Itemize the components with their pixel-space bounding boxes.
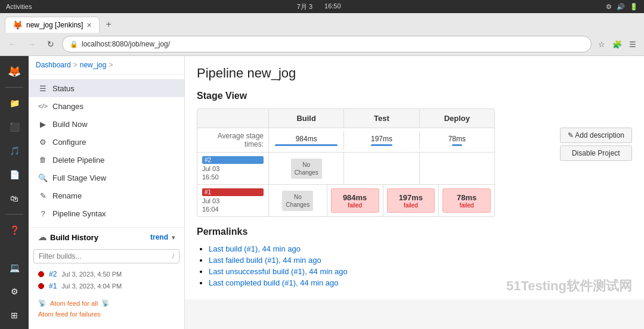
sys-icon-2: 🔊 — [617, 3, 625, 11]
avg-bar-deploy — [452, 144, 463, 146]
chevron-down-icon: ▾ — [172, 234, 175, 241]
breadcrumb-sep1: > — [73, 61, 78, 69]
stage-col-test: Test — [344, 109, 419, 128]
sidebar-item-label: Delete Pipeline — [52, 156, 104, 164]
stage-view: Build Test Deploy Average stage times: 9… — [197, 108, 495, 217]
sidebar-item-delete[interactable]: 🗑 Delete Pipeline — [29, 151, 184, 169]
reload-button[interactable]: ↻ — [43, 36, 58, 52]
permalink-link-3[interactable]: Last completed build (#1), 44 min ago — [209, 278, 339, 287]
ubuntu-help-icon[interactable]: ❓ — [4, 219, 25, 241]
tab-favicon: 🦊 — [13, 20, 23, 30]
ubuntu-shop-icon[interactable]: 🛍 — [4, 188, 25, 209]
build-link-1[interactable]: #1 — [49, 282, 57, 290]
extensions-button[interactable]: 🧩 — [611, 38, 624, 51]
build-badge-1[interactable]: #1 — [202, 188, 264, 196]
disable-project-button[interactable]: Disable Project — [560, 145, 632, 161]
jenkins-layout: Dashboard > new_jog > ☰ Status </> Chang… — [29, 56, 644, 329]
browser-tabs: 🦊 new_jog [Jenkins] ✕ + — [0, 13, 644, 33]
avg-label: Average stage times: — [197, 128, 269, 152]
permalink-link-2[interactable]: Last unsuccessful build (#1), 44 min ago — [209, 267, 348, 276]
stage-header-row: Build Test Deploy — [197, 109, 494, 128]
failed-time-test2: 197ms — [399, 193, 423, 202]
build-badge-2[interactable]: #2 — [202, 156, 264, 164]
configure-icon: ⚙ — [38, 137, 48, 147]
sidebar-item-build-now[interactable]: ▶ Build Now — [29, 115, 184, 133]
permalink-item: Last completed build (#1), 44 min ago — [209, 278, 632, 287]
stage-col-build: Build — [269, 109, 344, 128]
stage-cell-1-build: NoChanges — [269, 185, 327, 216]
breadcrumb-dashboard[interactable]: Dashboard — [36, 61, 71, 69]
os-topbar: Activities 7月 3 16:50 ⚙ 🔊 🔋 — [0, 0, 644, 13]
build-list-item: #2 Jul 3, 2023, 4:50 PM — [29, 268, 184, 280]
trend-link[interactable]: trend — [150, 233, 168, 241]
jenkins-sidebar: Dashboard > new_jog > ☰ Status </> Chang… — [29, 56, 185, 329]
sidebar-item-label: Pipeline Syntax — [52, 209, 106, 218]
breadcrumb: Dashboard > new_jog > — [29, 56, 184, 75]
failed-label-test2: failed — [404, 202, 418, 209]
permalink-link-1[interactable]: Last failed build (#1), 44 min ago — [209, 256, 321, 265]
active-tab[interactable]: 🦊 new_jog [Jenkins] ✕ — [5, 17, 100, 33]
forward-button[interactable]: → — [24, 36, 39, 52]
permalink-item: Last unsuccessful build (#1), 44 min ago — [209, 267, 632, 276]
status-icon: ☰ — [38, 83, 48, 93]
ubuntu-files-icon[interactable]: 📁 — [4, 92, 25, 114]
build-link-2[interactable]: #2 — [49, 270, 57, 278]
back-button[interactable]: ← — [5, 36, 20, 52]
address-bar[interactable]: 🔒 localhost:8080/job/new_jog/ — [62, 36, 592, 52]
build-time-2: 16:50 — [202, 173, 264, 181]
sidebar-divider-2 — [5, 214, 23, 215]
ubuntu-terminal-icon-2[interactable]: 💻 — [4, 257, 25, 278]
sidebar-item-configure[interactable]: ⚙ Configure — [29, 133, 184, 151]
build-date-2: Jul 03 — [202, 165, 264, 172]
tab-close-button[interactable]: ✕ — [86, 21, 92, 29]
avg-bar-build — [275, 144, 338, 146]
atom-feeds: 📡 Atom feed for all 📡 Atom feed for fail… — [29, 294, 184, 322]
ubuntu-apps-icon[interactable]: ⊞ — [4, 305, 25, 326]
build-status-dot — [38, 271, 44, 277]
atom-failures-link[interactable]: Atom feed for failures — [38, 311, 101, 318]
stage-cell-1-test[interactable]: 984ms failed — [327, 185, 383, 216]
atom-all-link[interactable]: Atom feed for all — [50, 300, 98, 307]
sidebar-item-pipeline-syntax[interactable]: ? Pipeline Syntax — [29, 204, 184, 222]
breadcrumb-job[interactable]: new_jog — [80, 61, 107, 69]
build-list-item: #1 Jul 3, 2023, 4:04 PM — [29, 280, 184, 292]
breadcrumb-sep2: > — [109, 61, 113, 69]
bookmark-button[interactable]: ☆ — [595, 38, 608, 51]
avg-time-deploy: 78ms — [420, 131, 494, 150]
avg-time-build: 984ms — [269, 131, 344, 150]
menu-button[interactable]: ☰ — [626, 38, 639, 51]
build-list: #2 Jul 3, 2023, 4:50 PM #1 Jul 3, 2023, … — [29, 266, 184, 294]
stage-cell-2-test — [344, 153, 419, 184]
sidebar-item-rename[interactable]: ✎ Rename — [29, 187, 184, 204]
sidebar-item-label: Build Now — [52, 120, 88, 129]
failed-cell-test: 984ms failed — [331, 188, 379, 213]
new-tab-button[interactable]: + — [101, 16, 116, 33]
stage-cell-1-test2[interactable]: 197ms failed — [383, 185, 439, 216]
sidebar-item-changes[interactable]: </> Changes — [29, 97, 184, 115]
stage-view-title: Stage View — [197, 91, 632, 101]
app-layout: 🦊 📁 ⬛ 🎵 📄 🛍 ❓ 💻 ⚙ ⊞ Dashboard > new_jog … — [0, 56, 644, 329]
stage-cell-2-deploy — [420, 153, 494, 184]
failed-label-test: failed — [348, 202, 362, 209]
permalink-link-0[interactable]: Last build (#1), 44 min ago — [209, 244, 301, 253]
ubuntu-firefox-icon[interactable]: 🦊 — [4, 61, 25, 82]
ubuntu-text-icon[interactable]: 📄 — [4, 164, 25, 185]
sidebar-item-full-stage[interactable]: 🔍 Full Stage View — [29, 169, 184, 187]
stage-label-space — [197, 109, 269, 128]
atom-icon-2: 📡 — [101, 299, 110, 307]
ubuntu-music-icon[interactable]: 🎵 — [4, 140, 25, 162]
add-description-button[interactable]: ✎ Add description — [560, 128, 632, 143]
no-changes-box: NoChanges — [291, 159, 322, 179]
ubuntu-settings-icon[interactable]: ⚙ — [4, 281, 25, 302]
rename-icon: ✎ — [38, 191, 48, 200]
permalinks-list: Last build (#1), 44 min ago Last failed … — [197, 244, 632, 287]
activities-label[interactable]: Activities — [6, 3, 32, 10]
stage-cell-1-deploy[interactable]: 78ms failed — [439, 185, 494, 216]
sidebar-item-status[interactable]: ☰ Status — [29, 79, 184, 97]
ubuntu-terminal-icon[interactable]: ⬛ — [4, 116, 25, 138]
browser-chrome: 🦊 new_jog [Jenkins] ✕ + ← → ↻ 🔒 localhos… — [0, 13, 644, 56]
filter-builds-input[interactable] — [39, 252, 172, 260]
lock-icon: 🔒 — [70, 41, 78, 48]
no-changes-box: NoChanges — [282, 191, 313, 211]
build-row-1: #1 Jul 03 16:04 NoChanges 984ms failed — [197, 185, 494, 216]
